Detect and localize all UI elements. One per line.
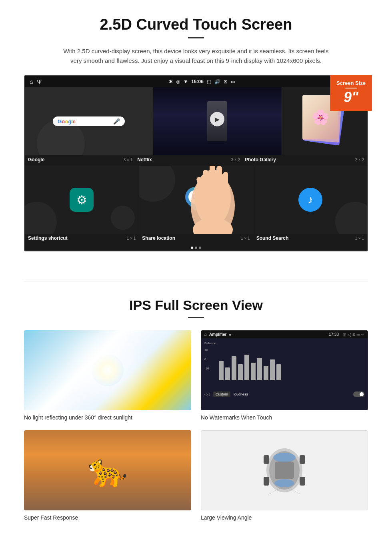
- music-icon-bg: ♪: [298, 188, 322, 212]
- netflix-app-name: Netflix: [137, 157, 152, 163]
- sunlight-label: No light reflecting under 360° direct su…: [24, 414, 191, 421]
- svg-rect-5: [223, 172, 228, 191]
- netflix-app-size: 3 × 2: [231, 158, 240, 162]
- signal-icon: ▼: [183, 79, 188, 84]
- svg-point-11: [274, 479, 294, 487]
- dot-1[interactable]: [191, 247, 193, 249]
- netflix-play-button[interactable]: ▶: [210, 112, 224, 126]
- circle-bg-settings2: [111, 206, 135, 230]
- settings-gear-icon: ⚙: [76, 193, 87, 207]
- google-mic-icon[interactable]: 🎤: [113, 118, 120, 124]
- badge-divider: [345, 88, 357, 88]
- minimize-icon[interactable]: ▭: [231, 79, 235, 84]
- eq-side-labels: 10 0 -10: [204, 348, 216, 370]
- close-icon[interactable]: ⊠: [224, 79, 228, 84]
- settings-app-size: 1 × 1: [127, 236, 136, 241]
- music-inner: ♪: [253, 166, 367, 234]
- eq-home-icon: ⌂: [204, 332, 207, 337]
- settings-icon-bg: ⚙: [70, 188, 94, 212]
- screen-size-badge: Screen Size 9": [330, 75, 372, 111]
- eq-bar-4[interactable]: [238, 364, 243, 380]
- eq-loudness-toggle[interactable]: [353, 391, 364, 397]
- circle-bg-maps: [139, 166, 175, 202]
- hand-overlay: [181, 166, 245, 234]
- section-curved-touch: 2.5D Curved Touch Screen With 2.5D curve…: [0, 0, 392, 265]
- feature-cheetah: 🐆 Super Fast Response: [24, 430, 191, 521]
- google-app-name: Google: [28, 157, 44, 163]
- features-grid: No light reflecting under 360° direct su…: [24, 330, 368, 521]
- circle-bg-music: [335, 202, 367, 234]
- google-cell-inner: Google 🎤: [25, 87, 153, 155]
- hand-svg: [181, 166, 245, 234]
- section1-description: With 2.5D curved-display screen, this de…: [60, 46, 332, 66]
- netflix-cell-inner: ▶ NETFLIX Continue Marvel's Daredevil: [153, 87, 281, 155]
- circle-bg-settings: [25, 202, 57, 234]
- eq-title: Amplifier: [209, 332, 226, 337]
- music-app-size: 1 × 1: [355, 236, 364, 241]
- eq-bar-6[interactable]: [251, 363, 256, 380]
- usb-icon: Ψ: [37, 78, 42, 85]
- google-app-size: 3 × 1: [124, 158, 133, 162]
- status-bar-left: ⌂ Ψ: [30, 78, 42, 85]
- eq-bar-7[interactable]: [257, 358, 262, 380]
- app-label-row1: Google 3 × 1 Netflix 3 × 2 Photo Gallery…: [25, 155, 367, 166]
- maps-app-size: 1 × 1: [241, 236, 250, 241]
- section2-title: IPS Full Screen View: [24, 297, 368, 313]
- music-label-cell: Sound Search 1 × 1: [253, 235, 367, 241]
- eq-bars-container: [219, 348, 364, 380]
- dot-2[interactable]: [195, 247, 197, 249]
- status-time: 15:06: [191, 79, 204, 84]
- location-icon: ◎: [176, 79, 180, 84]
- feature-sunlight: No light reflecting under 360° direct su…: [24, 330, 191, 421]
- eq-header: ⌂ Amplifier ■ ·· 17:33 ◫ ◁) ⊠ ▭ ↩: [201, 331, 368, 338]
- eq-icons: ◫ ◁) ⊠ ▭ ↩: [343, 333, 364, 337]
- status-bar: ⌂ Ψ ✱ ◎ ▼ 15:06 ⬚ 🔊 ⊠ ▭: [25, 76, 367, 87]
- section-divider-hr: [24, 281, 368, 281]
- sunlight-image: [24, 330, 191, 410]
- eq-bar-8[interactable]: [264, 366, 268, 380]
- app-cell-maps[interactable]: G: [139, 166, 254, 234]
- equalizer-label: No Watermarks When Touch: [201, 414, 368, 421]
- eq-db-10: 10: [204, 348, 216, 352]
- android-screen: ⌂ Ψ ✱ ◎ ▼ 15:06 ⬚ 🔊 ⊠ ▭: [24, 75, 368, 251]
- google-label-cell: Google 3 × 1 Netflix 3 × 2 Photo Gallery…: [25, 157, 367, 163]
- music-note-icon: ♪: [308, 193, 313, 206]
- eq-bar-2[interactable]: [225, 367, 230, 380]
- eq-loudness-label: loudness: [234, 392, 248, 396]
- pagination-dots: [25, 244, 367, 251]
- volume-icon: 🔊: [214, 79, 220, 84]
- eq-custom-btn[interactable]: Custom: [213, 391, 230, 397]
- camera-status-icon: ⬚: [207, 79, 211, 84]
- svg-rect-3: [210, 166, 215, 190]
- eq-bar-1[interactable]: [219, 361, 224, 380]
- dot-3[interactable]: [199, 247, 201, 249]
- app-cell-netflix[interactable]: ▶ NETFLIX Continue Marvel's Daredevil: [153, 87, 282, 155]
- eq-bar-9[interactable]: [270, 359, 275, 380]
- section1-title: 2.5D Curved Touch Screen: [24, 16, 368, 33]
- app-cell-google[interactable]: Google 🎤: [25, 87, 153, 155]
- svg-rect-12: [264, 455, 269, 464]
- cheetah-image: 🐆: [24, 430, 191, 510]
- app-grid-row1: Google 🎤 ▶: [25, 87, 367, 155]
- photo-app-size: 2 × 2: [355, 158, 364, 162]
- eq-controls: ◁◁ Custom loudness: [204, 391, 364, 397]
- app-cell-music[interactable]: ♪: [253, 166, 367, 234]
- section1-divider: [188, 37, 204, 38]
- eq-body: Balance 10 0 -10: [201, 338, 368, 400]
- cheetah-content: 🐆: [88, 452, 128, 489]
- car-label: Large Viewing Angle: [201, 514, 368, 521]
- status-bar-center: ✱ ◎ ▼ 15:06 ⬚ 🔊 ⊠ ▭: [42, 79, 362, 84]
- eq-db-0: 0: [204, 357, 216, 361]
- eq-back-icon[interactable]: ◁◁: [204, 392, 210, 396]
- section-ips: IPS Full Screen View No light reflecting…: [0, 297, 392, 537]
- flower-emoji: 🌸: [312, 109, 330, 126]
- eq-bar-5[interactable]: [244, 355, 249, 380]
- home-icon[interactable]: ⌂: [30, 78, 33, 85]
- eq-bar-10[interactable]: [276, 364, 281, 380]
- eq-main: 10 0 -10: [204, 348, 364, 388]
- sun-glow: [92, 354, 124, 386]
- eq-bar-3[interactable]: [232, 356, 236, 380]
- app-grid-row2: ⚙ G: [25, 166, 367, 234]
- app-cell-settings[interactable]: ⚙: [25, 166, 139, 234]
- eq-freq-labels: Balance: [204, 341, 364, 345]
